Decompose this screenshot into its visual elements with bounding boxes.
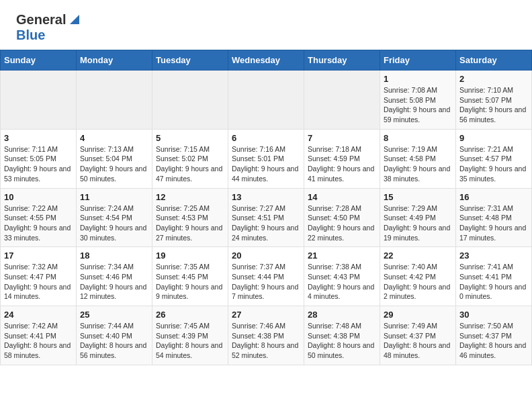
day-number: 16	[459, 192, 528, 202]
day-cell: 7Sunrise: 7:18 AM Sunset: 4:59 PM Daylig…	[304, 129, 380, 188]
day-cell: 25Sunrise: 7:44 AM Sunset: 4:40 PM Dayli…	[77, 306, 152, 365]
day-cell: 22Sunrise: 7:40 AM Sunset: 4:42 PM Dayli…	[380, 247, 456, 306]
day-number: 6	[232, 133, 300, 143]
day-number: 24	[4, 310, 73, 320]
day-info: Sunrise: 7:32 AM Sunset: 4:47 PM Dayligh…	[4, 262, 73, 302]
day-cell: 10Sunrise: 7:22 AM Sunset: 4:55 PM Dayli…	[1, 188, 77, 247]
day-cell: 5Sunrise: 7:15 AM Sunset: 5:02 PM Daylig…	[152, 129, 228, 188]
day-number: 3	[4, 133, 73, 143]
day-cell: 6Sunrise: 7:16 AM Sunset: 5:01 PM Daylig…	[228, 129, 304, 188]
day-number: 22	[384, 250, 452, 261]
week-row: 17Sunrise: 7:32 AM Sunset: 4:47 PM Dayli…	[1, 247, 532, 306]
day-info: Sunrise: 7:21 AM Sunset: 4:57 PM Dayligh…	[459, 144, 528, 184]
day-number: 10	[4, 192, 73, 202]
day-cell: 18Sunrise: 7:34 AM Sunset: 4:46 PM Dayli…	[77, 247, 152, 306]
day-number: 5	[156, 133, 224, 143]
day-info: Sunrise: 7:46 AM Sunset: 4:38 PM Dayligh…	[232, 321, 300, 361]
day-cell: 30Sunrise: 7:50 AM Sunset: 4:37 PM Dayli…	[456, 306, 532, 365]
day-info: Sunrise: 7:19 AM Sunset: 4:58 PM Dayligh…	[384, 144, 452, 184]
day-number: 19	[156, 250, 224, 261]
day-cell: 14Sunrise: 7:28 AM Sunset: 4:50 PM Dayli…	[304, 188, 380, 247]
dow-thursday: Thursday	[304, 50, 380, 71]
day-number: 9	[459, 133, 528, 143]
day-info: Sunrise: 7:37 AM Sunset: 4:44 PM Dayligh…	[232, 262, 300, 302]
day-cell	[77, 71, 152, 130]
day-cell: 9Sunrise: 7:21 AM Sunset: 4:57 PM Daylig…	[456, 129, 532, 188]
day-cell	[1, 71, 77, 130]
day-cell: 23Sunrise: 7:41 AM Sunset: 4:41 PM Dayli…	[456, 247, 532, 306]
day-number: 12	[156, 192, 224, 202]
day-cell: 1Sunrise: 7:08 AM Sunset: 5:08 PM Daylig…	[380, 71, 456, 130]
svg-marker-0	[70, 15, 79, 24]
day-info: Sunrise: 7:18 AM Sunset: 4:59 PM Dayligh…	[308, 144, 376, 184]
day-info: Sunrise: 7:35 AM Sunset: 4:45 PM Dayligh…	[156, 262, 224, 302]
day-info: Sunrise: 7:13 AM Sunset: 5:04 PM Dayligh…	[80, 144, 148, 184]
day-number: 17	[4, 250, 73, 261]
day-cell	[304, 71, 380, 130]
day-cell: 11Sunrise: 7:24 AM Sunset: 4:54 PM Dayli…	[77, 188, 152, 247]
logo-blue-text: Blue	[16, 28, 45, 42]
day-info: Sunrise: 7:27 AM Sunset: 4:51 PM Dayligh…	[232, 203, 300, 243]
day-cell: 19Sunrise: 7:35 AM Sunset: 4:45 PM Dayli…	[152, 247, 228, 306]
day-info: Sunrise: 7:22 AM Sunset: 4:55 PM Dayligh…	[4, 203, 73, 243]
day-number: 4	[80, 133, 148, 143]
day-number: 20	[232, 250, 300, 261]
day-info: Sunrise: 7:34 AM Sunset: 4:46 PM Dayligh…	[80, 262, 148, 302]
day-cell: 16Sunrise: 7:31 AM Sunset: 4:48 PM Dayli…	[456, 188, 532, 247]
week-row: 10Sunrise: 7:22 AM Sunset: 4:55 PM Dayli…	[1, 188, 532, 247]
day-number: 18	[80, 250, 148, 261]
day-number: 7	[308, 133, 376, 143]
week-row: 24Sunrise: 7:42 AM Sunset: 4:41 PM Dayli…	[1, 306, 532, 365]
day-info: Sunrise: 7:31 AM Sunset: 4:48 PM Dayligh…	[459, 203, 528, 243]
day-cell: 27Sunrise: 7:46 AM Sunset: 4:38 PM Dayli…	[228, 306, 304, 365]
dow-monday: Monday	[77, 50, 152, 71]
day-info: Sunrise: 7:10 AM Sunset: 5:07 PM Dayligh…	[459, 85, 528, 125]
day-info: Sunrise: 7:25 AM Sunset: 4:53 PM Dayligh…	[156, 203, 224, 243]
day-number: 8	[384, 133, 452, 143]
day-info: Sunrise: 7:28 AM Sunset: 4:50 PM Dayligh…	[308, 203, 376, 243]
day-cell: 24Sunrise: 7:42 AM Sunset: 4:41 PM Dayli…	[1, 306, 77, 365]
day-info: Sunrise: 7:49 AM Sunset: 4:37 PM Dayligh…	[384, 321, 452, 361]
day-cell: 15Sunrise: 7:29 AM Sunset: 4:49 PM Dayli…	[380, 188, 456, 247]
week-row: 3Sunrise: 7:11 AM Sunset: 5:05 PM Daylig…	[1, 129, 532, 188]
logo-icon	[67, 12, 82, 27]
page-header: General Blue	[0, 0, 532, 50]
day-number: 30	[459, 310, 528, 320]
day-number: 27	[232, 310, 300, 320]
day-number: 1	[384, 74, 452, 84]
dow-sunday: Sunday	[1, 50, 77, 71]
day-info: Sunrise: 7:11 AM Sunset: 5:05 PM Dayligh…	[4, 144, 73, 184]
day-cell	[152, 71, 228, 130]
dow-saturday: Saturday	[456, 50, 532, 71]
day-number: 28	[308, 310, 376, 320]
week-row: 1Sunrise: 7:08 AM Sunset: 5:08 PM Daylig…	[1, 71, 532, 130]
day-number: 15	[384, 192, 452, 202]
day-cell: 12Sunrise: 7:25 AM Sunset: 4:53 PM Dayli…	[152, 188, 228, 247]
day-cell: 8Sunrise: 7:19 AM Sunset: 4:58 PM Daylig…	[380, 129, 456, 188]
day-cell: 20Sunrise: 7:37 AM Sunset: 4:44 PM Dayli…	[228, 247, 304, 306]
day-cell: 17Sunrise: 7:32 AM Sunset: 4:47 PM Dayli…	[1, 247, 77, 306]
day-number: 29	[384, 310, 452, 320]
logo-general-text: General	[16, 12, 66, 28]
day-cell: 21Sunrise: 7:38 AM Sunset: 4:43 PM Dayli…	[304, 247, 380, 306]
day-cell: 13Sunrise: 7:27 AM Sunset: 4:51 PM Dayli…	[228, 188, 304, 247]
day-cell: 28Sunrise: 7:48 AM Sunset: 4:38 PM Dayli…	[304, 306, 380, 365]
dow-tuesday: Tuesday	[152, 50, 228, 71]
day-info: Sunrise: 7:15 AM Sunset: 5:02 PM Dayligh…	[156, 144, 224, 184]
day-info: Sunrise: 7:16 AM Sunset: 5:01 PM Dayligh…	[232, 144, 300, 184]
day-info: Sunrise: 7:48 AM Sunset: 4:38 PM Dayligh…	[308, 321, 376, 361]
calendar-table: SundayMondayTuesdayWednesdayThursdayFrid…	[0, 50, 532, 365]
day-number: 21	[308, 250, 376, 261]
day-info: Sunrise: 7:44 AM Sunset: 4:40 PM Dayligh…	[80, 321, 148, 361]
days-of-week-row: SundayMondayTuesdayWednesdayThursdayFrid…	[1, 50, 532, 71]
day-number: 26	[156, 310, 224, 320]
day-info: Sunrise: 7:08 AM Sunset: 5:08 PM Dayligh…	[384, 85, 452, 125]
day-info: Sunrise: 7:29 AM Sunset: 4:49 PM Dayligh…	[384, 203, 452, 243]
day-cell: 2Sunrise: 7:10 AM Sunset: 5:07 PM Daylig…	[456, 71, 532, 130]
day-info: Sunrise: 7:38 AM Sunset: 4:43 PM Dayligh…	[308, 262, 376, 302]
day-number: 14	[308, 192, 376, 202]
day-info: Sunrise: 7:50 AM Sunset: 4:37 PM Dayligh…	[459, 321, 528, 361]
day-cell	[228, 71, 304, 130]
logo: General Blue	[16, 12, 82, 43]
calendar-body: 1Sunrise: 7:08 AM Sunset: 5:08 PM Daylig…	[1, 71, 532, 365]
